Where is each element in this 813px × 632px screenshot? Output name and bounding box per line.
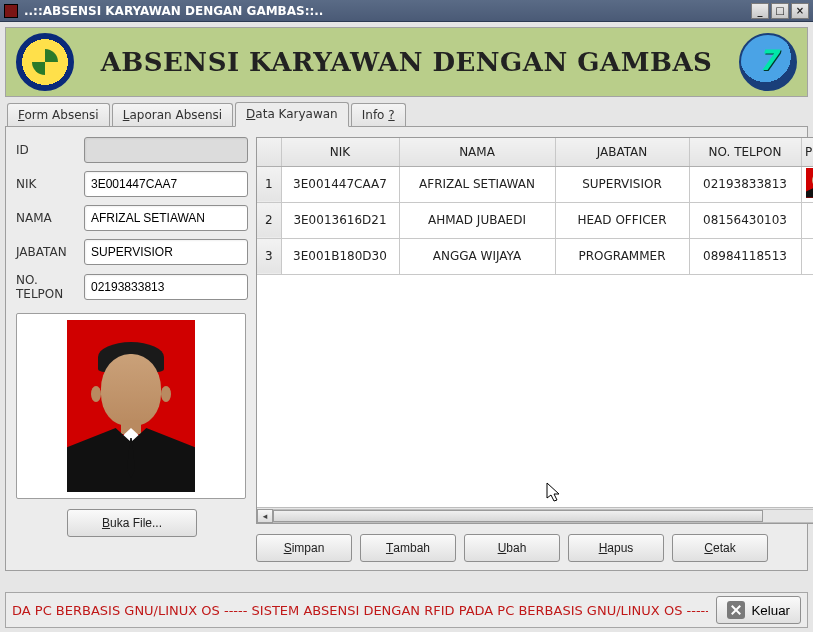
cell-nik[interactable]: 3E0013616D21 [281, 202, 399, 238]
keluar-button[interactable]: Keluar [716, 596, 801, 624]
tab-info-[interactable]: Info ? [351, 103, 406, 127]
marquee-text: DA PC BERBASIS GNU/LINUX OS ----- SISTEM… [12, 603, 708, 618]
tambah-button[interactable]: Tambah [360, 534, 456, 562]
photo-preview-frame [16, 313, 246, 499]
scroll-left-icon[interactable]: ◂ [257, 509, 273, 523]
nik-field[interactable] [84, 171, 248, 197]
cell-photo[interactable] [801, 238, 813, 274]
scroll-track[interactable] [273, 509, 813, 523]
column-header-nama[interactable]: NAMA [399, 138, 555, 166]
column-header-no-telpon[interactable]: NO. TELPON [689, 138, 801, 166]
open-file-button[interactable]: Buka File... [67, 509, 197, 537]
cell-photo[interactable] [801, 166, 813, 202]
cell-nama[interactable]: AFRIZAL SETIAWAN [399, 166, 555, 202]
cell-nama[interactable]: ANGGA WIJAYA [399, 238, 555, 274]
id-field[interactable] [84, 137, 248, 163]
table-row[interactable]: 13E001447CAA7AFRIZAL SETIAWANSUPERVISIOR… [257, 166, 813, 202]
employee-photo [67, 320, 195, 492]
label-nama: NAMA [16, 211, 78, 225]
row-header[interactable]: 2 [257, 202, 281, 238]
column-header-pot[interactable]: POT [801, 138, 813, 166]
tab-form-absensi[interactable]: Form Absensi [7, 103, 110, 127]
telpon-field[interactable] [84, 274, 248, 300]
label-jabatan: JABATAN [16, 245, 78, 259]
university-logo-icon [16, 33, 74, 91]
scroll-thumb[interactable] [273, 510, 763, 522]
keluar-label: Keluar [751, 603, 790, 618]
nama-field[interactable] [84, 205, 248, 231]
table-row[interactable]: 23E0013616D21AHMAD JUBAEDIHEAD OFFICER08… [257, 202, 813, 238]
app-icon [4, 4, 18, 18]
column-header-jabatan[interactable]: JABATAN [555, 138, 689, 166]
employee-grid[interactable]: NIKNAMAJABATANNO. TELPONPOT 13E001447CAA… [256, 137, 813, 524]
cell-telpon[interactable]: 08156430103 [689, 202, 801, 238]
photo-thumbnail-icon [806, 168, 813, 198]
open-file-label: Buka File... [102, 516, 162, 530]
cell-jabatan[interactable]: PROGRAMMER [555, 238, 689, 274]
grid-horizontal-scrollbar[interactable]: ◂ ▸ [257, 507, 813, 523]
close-window-button[interactable]: × [791, 3, 809, 19]
footer-bar: DA PC BERBASIS GNU/LINUX OS ----- SISTEM… [5, 592, 808, 628]
cell-photo[interactable] [801, 202, 813, 238]
window-title: ..::ABSENSI KARYAWAN DENGAN GAMBAS::.. [24, 4, 751, 18]
close-icon [727, 601, 745, 619]
window-titlebar: ..::ABSENSI KARYAWAN DENGAN GAMBAS::.. _… [0, 0, 813, 22]
column-header-nik[interactable]: NIK [281, 138, 399, 166]
cell-jabatan[interactable]: HEAD OFFICER [555, 202, 689, 238]
tabstrip: Form AbsensiLaporan AbsensiData Karyawan… [5, 101, 808, 126]
app-title: ABSENSI KARYAWAN DENGAN GAMBAS [88, 47, 725, 77]
grid-corner [257, 138, 281, 166]
minimize-button[interactable]: _ [751, 3, 769, 19]
tab-laporan-absensi[interactable]: Laporan Absensi [112, 103, 233, 127]
simpan-button[interactable]: Simpan [256, 534, 352, 562]
cell-telpon[interactable]: 08984118513 [689, 238, 801, 274]
department-logo-icon [739, 33, 797, 91]
jabatan-field[interactable] [84, 239, 248, 265]
maximize-button[interactable]: □ [771, 3, 789, 19]
cell-nik[interactable]: 3E001B180D30 [281, 238, 399, 274]
cetak-button[interactable]: Cetak [672, 534, 768, 562]
label-telpon: NO. TELPON [16, 273, 78, 301]
cell-telpon[interactable]: 02193833813 [689, 166, 801, 202]
hapus-button[interactable]: Hapus [568, 534, 664, 562]
cell-nama[interactable]: AHMAD JUBAEDI [399, 202, 555, 238]
row-header[interactable]: 3 [257, 238, 281, 274]
tab-data-karyawan[interactable]: Data Karyawan [235, 102, 349, 127]
tab-panel-data-karyawan: ID NIK NAMA JABATAN [5, 126, 808, 571]
label-nik: NIK [16, 177, 78, 191]
ubah-button[interactable]: Ubah [464, 534, 560, 562]
app-header: ABSENSI KARYAWAN DENGAN GAMBAS [5, 27, 808, 97]
cell-jabatan[interactable]: SUPERVISIOR [555, 166, 689, 202]
employee-form: ID NIK NAMA JABATAN [16, 137, 248, 562]
table-row[interactable]: 33E001B180D30ANGGA WIJAYAPROGRAMMER08984… [257, 238, 813, 274]
cell-nik[interactable]: 3E001447CAA7 [281, 166, 399, 202]
row-header[interactable]: 1 [257, 166, 281, 202]
label-id: ID [16, 143, 78, 157]
